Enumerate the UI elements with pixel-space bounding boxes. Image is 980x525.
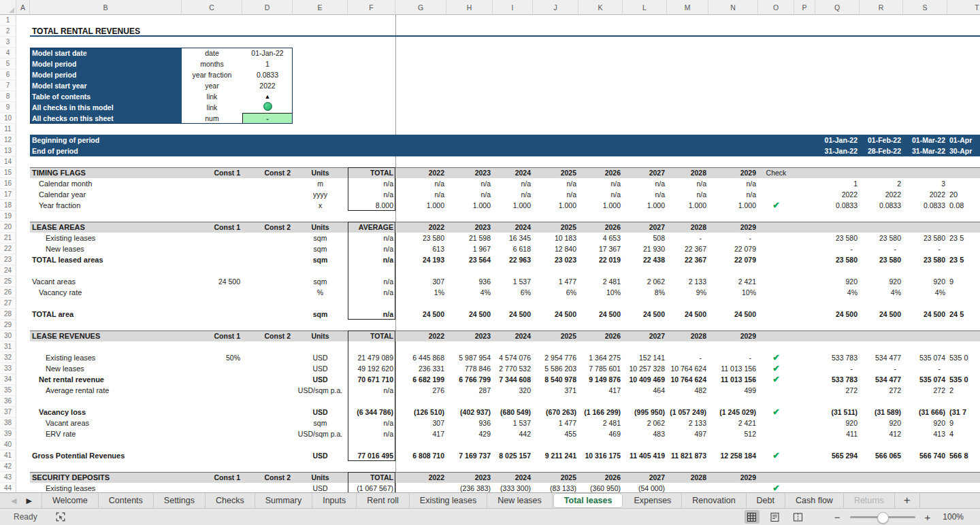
cell-R13[interactable]: 28-Feb-22 bbox=[860, 146, 903, 156]
cell-M34[interactable]: 10 764 624 bbox=[667, 374, 708, 385]
column-header-C[interactable]: C bbox=[182, 0, 242, 15]
cell-G26[interactable]: 1% bbox=[395, 287, 446, 298]
row-header-25[interactable]: 25 bbox=[0, 276, 16, 287]
sheet-tab-summary[interactable]: Summary bbox=[255, 493, 312, 508]
sheet-tab-renovation[interactable]: Renovation bbox=[682, 493, 746, 508]
cell-F20[interactable]: AVERAGE bbox=[348, 222, 395, 233]
cell-F25[interactable]: n/a bbox=[348, 276, 395, 287]
cell-J21[interactable]: 10 183 bbox=[533, 233, 578, 243]
cell-Q41[interactable]: 565 294 bbox=[815, 450, 860, 461]
cell-R34[interactable]: 534 477 bbox=[860, 374, 903, 385]
cell-E20[interactable]: Units bbox=[293, 222, 348, 233]
cell-I15[interactable]: 2024 bbox=[493, 167, 533, 178]
cell-B43[interactable]: SECURITY DEPOSITS bbox=[30, 472, 182, 483]
cell-F34[interactable]: 70 671 710 bbox=[348, 374, 395, 385]
zoom-in-button[interactable]: + bbox=[925, 512, 931, 522]
cell-D20[interactable]: Const 2 bbox=[242, 222, 293, 233]
column-header-B[interactable]: B bbox=[30, 0, 182, 15]
cell-M30[interactable]: 2028 bbox=[667, 331, 708, 341]
cell-R22[interactable]: - bbox=[860, 243, 903, 254]
cell-I16[interactable]: n/a bbox=[493, 178, 533, 189]
cell-K21[interactable]: 4 653 bbox=[578, 233, 623, 243]
cell-M35[interactable]: 482 bbox=[667, 385, 708, 396]
cell-Q25[interactable]: 920 bbox=[815, 276, 860, 287]
cell-S18[interactable]: 0.0833 bbox=[903, 200, 947, 211]
cell-K37[interactable]: (1 166 299) bbox=[578, 407, 623, 418]
cell-M39[interactable]: 497 bbox=[667, 428, 708, 439]
column-header-A[interactable]: A bbox=[16, 0, 30, 15]
cell-Q34[interactable]: 533 783 bbox=[815, 374, 860, 385]
cell-G23[interactable]: 24 193 bbox=[395, 254, 446, 265]
cell-J20[interactable]: 2025 bbox=[533, 222, 578, 233]
cell-E34[interactable]: USD bbox=[293, 374, 348, 385]
cell-B25[interactable]: Vacant areas bbox=[30, 276, 182, 287]
cell-K39[interactable]: 469 bbox=[578, 428, 623, 439]
cell-I17[interactable]: n/a bbox=[493, 189, 533, 200]
cell-B23[interactable]: TOTAL leased areas bbox=[30, 254, 182, 265]
cell-C6[interactable]: year fraction bbox=[182, 69, 242, 80]
cell-E25[interactable]: sqm bbox=[293, 276, 348, 287]
cell-I43[interactable]: 2024 bbox=[493, 472, 533, 483]
cell-K38[interactable]: 2 481 bbox=[578, 418, 623, 428]
cell-T18[interactable]: 0.08 bbox=[947, 200, 980, 211]
cell-B10[interactable]: All checks on this sheet bbox=[30, 113, 182, 124]
cell-L21[interactable]: 508 bbox=[623, 233, 667, 243]
cell-I22[interactable]: 6 618 bbox=[493, 243, 533, 254]
cell-F35[interactable]: n/a bbox=[348, 385, 395, 396]
cell-B33[interactable]: New leases bbox=[30, 363, 182, 374]
cell-T37[interactable]: (31 7 bbox=[947, 407, 980, 418]
cell-T23[interactable]: 23 5 bbox=[947, 254, 980, 265]
cell-T34[interactable]: 535 0 bbox=[947, 374, 980, 385]
cell-L38[interactable]: 2 062 bbox=[623, 418, 667, 428]
cell-S21[interactable]: 23 580 bbox=[903, 233, 947, 243]
cell-G34[interactable]: 6 682 199 bbox=[395, 374, 446, 385]
cell-I39[interactable]: 442 bbox=[493, 428, 533, 439]
cell-N34[interactable]: 11 013 156 bbox=[708, 374, 758, 385]
row-header-22[interactable]: 22 bbox=[0, 243, 16, 254]
cell-F43[interactable]: TOTAL bbox=[348, 472, 395, 483]
cell-F32[interactable]: 21 479 089 bbox=[348, 352, 395, 363]
cell-H32[interactable]: 5 987 954 bbox=[446, 352, 493, 363]
cell-C43[interactable]: Const 1 bbox=[182, 472, 242, 483]
row-header-36[interactable]: 36 bbox=[0, 396, 16, 407]
cell-B2[interactable]: TOTAL RENTAL REVENUES bbox=[30, 26, 182, 37]
cell-B22[interactable]: New leases bbox=[30, 243, 182, 254]
cell-S41[interactable]: 566 740 bbox=[903, 450, 947, 461]
cell-M17[interactable]: n/a bbox=[667, 189, 708, 200]
sheet-tab-welcome[interactable]: Welcome bbox=[42, 493, 99, 508]
sheet-tab-existing-leases[interactable]: Existing leases bbox=[410, 493, 487, 508]
cell-S39[interactable]: 413 bbox=[903, 428, 947, 439]
cell-B30[interactable]: LEASE REVENUES bbox=[30, 331, 182, 341]
cell-G38[interactable]: 307 bbox=[395, 418, 446, 428]
cell-H35[interactable]: 287 bbox=[446, 385, 493, 396]
zoom-slider[interactable] bbox=[850, 516, 915, 518]
cell-J43[interactable]: 2025 bbox=[533, 472, 578, 483]
cell-Q37[interactable]: (31 511) bbox=[815, 407, 860, 418]
cell-K20[interactable]: 2026 bbox=[578, 222, 623, 233]
cell-E22[interactable]: sqm bbox=[293, 243, 348, 254]
column-header-O[interactable]: O bbox=[758, 0, 794, 15]
cell-H17[interactable]: n/a bbox=[446, 189, 493, 200]
cell-H15[interactable]: 2023 bbox=[446, 167, 493, 178]
row-header-6[interactable]: 6 bbox=[0, 69, 16, 80]
cell-F22[interactable]: n/a bbox=[348, 243, 395, 254]
cell-K17[interactable]: n/a bbox=[578, 189, 623, 200]
cell-E33[interactable]: USD bbox=[293, 363, 348, 374]
cell-H20[interactable]: 2023 bbox=[446, 222, 493, 233]
column-header-J[interactable]: J bbox=[533, 0, 578, 15]
cell-H18[interactable]: 1.000 bbox=[446, 200, 493, 211]
cell-J18[interactable]: 1.000 bbox=[533, 200, 578, 211]
cell-K15[interactable]: 2026 bbox=[578, 167, 623, 178]
column-header-G[interactable]: G bbox=[395, 0, 446, 15]
cell-B13[interactable]: End of period bbox=[30, 146, 182, 156]
cell-B8[interactable]: Table of contents bbox=[30, 91, 182, 102]
cell-T21[interactable]: 23 5 bbox=[947, 233, 980, 243]
cell-M22[interactable]: 22 367 bbox=[667, 243, 708, 254]
cell-I32[interactable]: 4 574 076 bbox=[493, 352, 533, 363]
row-header-30[interactable]: 30 bbox=[0, 331, 16, 341]
cell-N23[interactable]: 22 079 bbox=[708, 254, 758, 265]
cell-R12[interactable]: 01-Feb-22 bbox=[860, 135, 903, 146]
cell-D4[interactable]: 01-Jan-22 bbox=[242, 48, 293, 58]
row-header-37[interactable]: 37 bbox=[0, 407, 16, 418]
cell-R35[interactable]: 272 bbox=[860, 385, 903, 396]
